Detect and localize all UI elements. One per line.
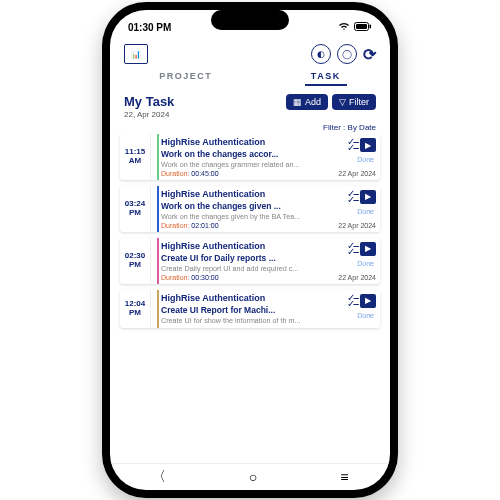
- battery-icon: [354, 22, 372, 33]
- task-ampm: PM: [129, 261, 141, 270]
- task-project: HighRise Authentication: [161, 190, 376, 200]
- alerts-icon[interactable]: ◐: [311, 44, 331, 64]
- filter-button[interactable]: ▽ Filter: [332, 94, 376, 110]
- task-title: Create UI Report for Machi...: [161, 305, 376, 315]
- task-card[interactable]: 03:24PM ✓‒✓‒▶ Done HighRise Authenticati…: [120, 186, 380, 232]
- duration-label: Duration:: [161, 274, 189, 281]
- wifi-icon: [338, 21, 350, 33]
- task-project: HighRise Authentication: [161, 294, 376, 304]
- tab-task[interactable]: TASK: [305, 68, 347, 86]
- task-title: Create UI for Daily reports ...: [161, 253, 376, 263]
- play-icon[interactable]: ▶: [360, 190, 376, 204]
- task-desc: Create UI for show the information of th…: [161, 316, 311, 325]
- status-done: Done: [357, 208, 374, 215]
- task-ampm: PM: [129, 309, 141, 318]
- task-title: Work on the changes accor...: [161, 149, 376, 159]
- task-project: HighRise Authentication: [161, 138, 376, 148]
- duration-value: 00:45:00: [191, 170, 218, 177]
- svg-rect-2: [356, 24, 367, 29]
- add-icon: ▦: [293, 97, 302, 107]
- page-title: My Task: [124, 94, 174, 109]
- task-ampm: AM: [129, 157, 141, 166]
- task-desc: Work on the changes grammer related an..…: [161, 160, 311, 169]
- task-list: 11:15AM ✓‒✓‒▶ Done HighRise Authenticati…: [110, 134, 390, 463]
- checklist-icon[interactable]: ✓‒✓‒: [347, 295, 357, 307]
- status-done: Done: [357, 312, 374, 319]
- task-project: HighRise Authentication: [161, 242, 376, 252]
- status-done: Done: [357, 260, 374, 267]
- page-date: 22, Apr 2024: [124, 110, 174, 119]
- refresh-icon[interactable]: ⟳: [363, 45, 376, 64]
- duration-label: Duration:: [161, 222, 189, 229]
- duration-value: 00:30:00: [191, 274, 218, 281]
- nav-back-icon[interactable]: 〈: [152, 468, 166, 486]
- task-date: 22 Apr 2024: [338, 274, 376, 281]
- task-title: Work on the changes given ...: [161, 201, 376, 211]
- filter-status: Filter : By Date: [110, 123, 390, 134]
- task-date: 22 Apr 2024: [338, 222, 376, 229]
- nav-home-icon[interactable]: ○: [249, 469, 257, 485]
- task-card[interactable]: 02:30PM ✓‒✓‒▶ Done HighRise Authenticati…: [120, 238, 380, 284]
- task-desc: Create Daily report UI and add required …: [161, 264, 311, 273]
- svg-rect-1: [370, 24, 372, 28]
- app-logo-icon: 📊: [124, 44, 148, 64]
- play-icon[interactable]: ▶: [360, 138, 376, 152]
- duration-value: 02:01:00: [191, 222, 218, 229]
- nav-menu-icon[interactable]: ≡: [340, 469, 348, 485]
- task-desc: Work on the changes given by the BA Tea.…: [161, 212, 311, 221]
- play-icon[interactable]: ▶: [360, 242, 376, 256]
- add-button[interactable]: ▦ Add: [286, 94, 328, 110]
- play-icon[interactable]: ▶: [360, 294, 376, 308]
- duration-label: Duration:: [161, 170, 189, 177]
- task-card[interactable]: 12:04PM ✓‒✓‒▶ Done HighRise Authenticati…: [120, 290, 380, 328]
- status-done: Done: [357, 156, 374, 163]
- profile-icon[interactable]: ◯: [337, 44, 357, 64]
- checklist-icon[interactable]: ✓‒✓‒: [347, 139, 357, 151]
- status-time: 01:30 PM: [128, 22, 171, 33]
- task-ampm: PM: [129, 209, 141, 218]
- task-date: 22 Apr 2024: [338, 170, 376, 177]
- filter-label: Filter: [349, 97, 369, 107]
- checklist-icon[interactable]: ✓‒✓‒: [347, 191, 357, 203]
- task-card[interactable]: 11:15AM ✓‒✓‒▶ Done HighRise Authenticati…: [120, 134, 380, 180]
- tab-project[interactable]: PROJECT: [153, 68, 218, 86]
- checklist-icon[interactable]: ✓‒✓‒: [347, 243, 357, 255]
- add-label: Add: [305, 97, 321, 107]
- filter-icon: ▽: [339, 97, 346, 107]
